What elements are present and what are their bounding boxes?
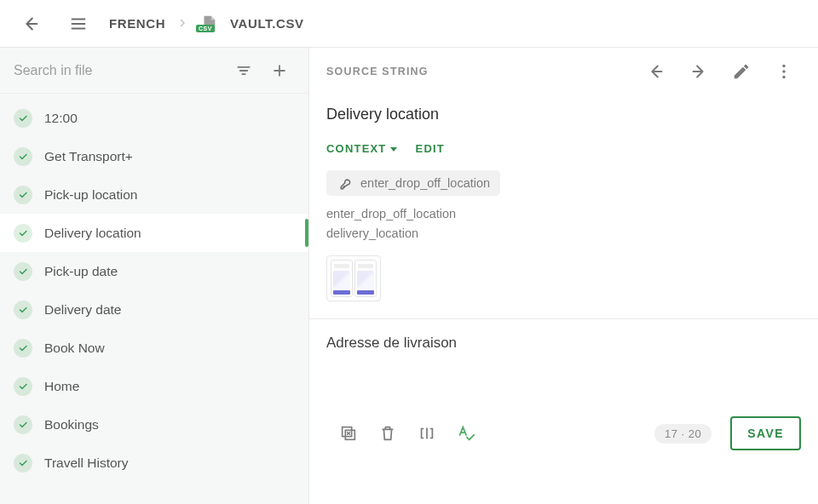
- list-item-label: Delivery location: [44, 226, 141, 241]
- top-bar: FRENCH CSV VAULT.CSV: [0, 0, 818, 48]
- check-icon: [18, 113, 28, 123]
- csv-badge: CSV: [196, 25, 215, 32]
- section-label: SOURCE STRING: [326, 66, 631, 77]
- dropdown-triangle-icon: [390, 147, 397, 152]
- screenshot-thumb[interactable]: [354, 260, 377, 297]
- plus-icon: [271, 62, 288, 79]
- check-icon: [18, 343, 28, 353]
- list-item[interactable]: Get Transport+: [0, 137, 308, 175]
- list-item-label: Delivery date: [44, 302, 121, 318]
- list-item[interactable]: Delivery date: [0, 290, 308, 329]
- key-value: enter_drop_off_location: [360, 176, 490, 190]
- cursor-brackets-icon: [418, 424, 436, 443]
- key-tag: enter_drop_off_location: [326, 170, 500, 196]
- check-icon: [18, 266, 28, 277]
- list-item[interactable]: 12:00: [0, 99, 308, 137]
- check-chip: [14, 377, 32, 396]
- list-item[interactable]: Bookings: [0, 405, 308, 444]
- string-list: 12:00Get Transport+Pick-up locationDeliv…: [0, 94, 308, 504]
- arrow-right-icon: [689, 62, 708, 81]
- copy-swap-icon: [339, 424, 358, 443]
- breadcrumb: FRENCH CSV VAULT.CSV: [109, 14, 304, 34]
- context-line: enter_drop_off_location: [326, 204, 801, 224]
- copy-source-button[interactable]: [338, 423, 359, 444]
- arrow-left-icon: [647, 62, 665, 81]
- svg-point-0: [782, 65, 785, 67]
- check-icon: [18, 420, 28, 430]
- arrow-left-icon: [21, 14, 40, 33]
- hamburger-icon: [69, 14, 88, 33]
- key-icon: [337, 175, 352, 191]
- trash-icon: [378, 424, 397, 443]
- list-item[interactable]: Delivery location: [0, 214, 308, 252]
- qa-check-button[interactable]: [456, 423, 476, 444]
- check-chip: [14, 339, 32, 358]
- save-button[interactable]: SAVE: [730, 416, 801, 450]
- kebab-icon: [775, 62, 793, 81]
- check-chip: [14, 262, 32, 281]
- svg-point-2: [782, 76, 785, 78]
- filter-icon: [235, 62, 252, 79]
- check-icon: [18, 228, 28, 238]
- check-chip: [14, 186, 32, 204]
- check-icon: [18, 305, 28, 315]
- list-item-label: 12:00: [44, 111, 78, 126]
- list-item[interactable]: Home: [0, 367, 308, 405]
- list-item[interactable]: Pick-up date: [0, 252, 308, 290]
- menu-button[interactable]: [61, 7, 95, 41]
- context-label: CONTEXT: [326, 142, 387, 155]
- svg-point-1: [782, 70, 785, 72]
- clear-button[interactable]: [377, 423, 398, 444]
- translation-input[interactable]: Adresse de livraison: [326, 335, 801, 392]
- screenshot-thumbs[interactable]: [326, 255, 381, 301]
- breadcrumb-file[interactable]: VAULT.CSV: [230, 16, 304, 31]
- list-item-label: Pick-up location: [44, 187, 137, 203]
- list-item-label: Pick-up date: [44, 264, 118, 279]
- context-lines: enter_drop_off_locationdelivery_location: [326, 204, 801, 243]
- back-button[interactable]: [14, 7, 48, 41]
- breadcrumb-language[interactable]: FRENCH: [109, 16, 165, 31]
- list-item-label: Bookings: [44, 417, 99, 432]
- list-item[interactable]: Pick-up location: [0, 175, 308, 214]
- translation-footer: 17 · 20 SAVE: [309, 415, 818, 464]
- edit-context-link[interactable]: EDIT: [416, 142, 445, 155]
- check-icon: [18, 381, 28, 392]
- main-header: SOURCE STRING: [309, 48, 818, 95]
- screenshot-thumb[interactable]: [331, 260, 353, 297]
- filter-button[interactable]: [228, 55, 259, 86]
- list-item[interactable]: Book Now: [0, 329, 308, 367]
- char-count: 17 · 20: [654, 424, 711, 444]
- csv-file-icon: CSV: [199, 14, 218, 34]
- context-line: delivery_location: [326, 224, 801, 243]
- list-item-label: Book Now: [44, 341, 105, 356]
- check-chip: [14, 301, 32, 319]
- more-button[interactable]: [767, 54, 801, 89]
- check-chip: [14, 147, 32, 166]
- check-chip: [14, 454, 32, 472]
- add-button[interactable]: [264, 55, 295, 86]
- list-item-label: Get Transport+: [44, 149, 133, 164]
- spellcheck-icon: [457, 424, 475, 443]
- check-chip: [14, 109, 32, 128]
- edit-string-button[interactable]: [724, 54, 758, 89]
- prev-string-button[interactable]: [639, 54, 673, 89]
- check-icon: [18, 190, 28, 200]
- svg-point-3: [347, 180, 349, 181]
- main-panel: SOURCE STRING Delivery location: [309, 48, 818, 504]
- pencil-icon: [732, 62, 751, 81]
- check-icon: [18, 152, 28, 162]
- chevron-right-icon: [177, 16, 187, 32]
- check-chip: [14, 224, 32, 243]
- list-item-label: Travell History: [44, 455, 128, 471]
- insert-placeholder-button[interactable]: [417, 423, 437, 444]
- sidebar: 12:00Get Transport+Pick-up locationDeliv…: [0, 48, 309, 504]
- next-string-button[interactable]: [682, 54, 716, 89]
- list-item-label: Home: [44, 379, 79, 394]
- search-row: [0, 48, 308, 94]
- search-input[interactable]: [14, 63, 223, 78]
- context-dropdown[interactable]: CONTEXT: [326, 142, 397, 155]
- check-chip: [14, 415, 32, 434]
- check-icon: [18, 458, 28, 468]
- source-string: Delivery location: [326, 106, 801, 123]
- list-item[interactable]: Travell History: [0, 444, 308, 482]
